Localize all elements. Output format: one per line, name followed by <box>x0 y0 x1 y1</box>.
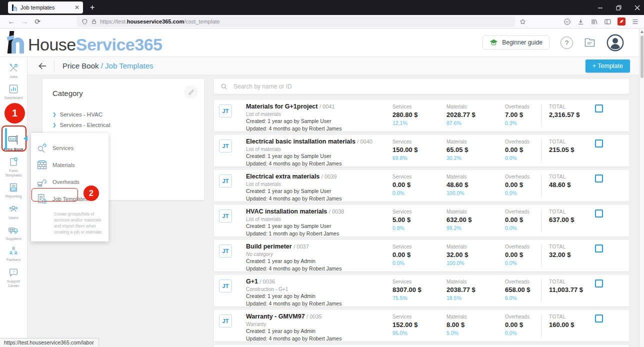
row-checkbox[interactable] <box>595 244 603 252</box>
truck-icon <box>8 224 20 236</box>
breadcrumb-current: Job Templates <box>105 62 153 70</box>
search-icon <box>220 83 228 90</box>
shield-icon <box>82 18 88 25</box>
materials-column: Materials 32.00 $ 100.0% <box>446 244 502 266</box>
menu-item-materials[interactable]: Materials <box>31 156 108 174</box>
sidebar-item-dashboard[interactable]: Dashboard <box>0 81 27 102</box>
category-item-services-electrical[interactable]: ❯Services - Electrical <box>52 122 194 128</box>
overheads-column: Overheads 0.00 $ 0.0% <box>505 174 545 196</box>
avatar[interactable] <box>606 34 624 52</box>
partners-network-icon <box>8 246 19 256</box>
row-checkbox[interactable] <box>595 210 603 218</box>
overheads-column: Overheads 7.00 $ 0.3% <box>505 104 545 126</box>
row-updated: Updated: 4 months ago by Robert James <box>246 126 391 132</box>
library-icon[interactable] <box>590 18 598 26</box>
table-row[interactable]: JT Materials for G+1project / 0041 List … <box>214 100 629 132</box>
row-checkbox[interactable] <box>595 174 603 182</box>
row-checkbox[interactable] <box>595 280 603 288</box>
search-input[interactable] <box>232 82 622 90</box>
table-row[interactable]: JT Electrical basic installation materia… <box>214 135 629 166</box>
extension-icon[interactable] <box>618 18 626 26</box>
table-row[interactable]: JT Warranty - GMVM97 / 0035 Warranty Cre… <box>214 310 629 342</box>
active-indicator-bar <box>5 128 7 150</box>
bricks-icon <box>36 159 48 171</box>
table-row-partial <box>214 345 629 347</box>
help-button[interactable]: ? <box>560 36 573 49</box>
table-row[interactable]: JT Build perimeter / 0037 No category Cr… <box>214 240 629 272</box>
job-template-badge: JT <box>219 174 232 188</box>
scroll-up-icon[interactable] <box>640 30 644 33</box>
menu-item-services[interactable]: Services <box>31 140 108 156</box>
row-title: HVAC installation materials / 0038 <box>246 208 391 216</box>
downloads-icon[interactable] <box>577 18 584 26</box>
overheads-column: Overheads 0.00 $ 0.0% <box>505 209 545 231</box>
beginner-guide-button[interactable]: Beginner guide <box>482 36 550 50</box>
sidebar-item-suppliers[interactable]: Suppliers <box>0 222 27 243</box>
scrollbar-thumb[interactable] <box>640 36 644 78</box>
status-link-preview: https://test.houseservice365.com/labor <box>0 338 99 347</box>
back-icon[interactable]: ← <box>5 18 18 26</box>
row-checkbox[interactable] <box>595 314 603 322</box>
sidebar-item-support-center[interactable]: ? Support Center <box>0 264 27 290</box>
bookmark-star-icon[interactable] <box>519 18 526 26</box>
tab-favicon <box>12 4 18 11</box>
browser-tab[interactable]: Job templates ✕ <box>8 2 83 14</box>
window-restore-icon[interactable] <box>616 5 622 10</box>
beginner-guide-label: Beginner guide <box>502 39 542 46</box>
total-column: TOTAL 215.05 $ <box>549 139 596 154</box>
table-row[interactable]: JT HVAC installation materials / 0038 Li… <box>214 205 629 236</box>
row-created: Created: 1 year ago by Admin <box>246 258 391 264</box>
users-icon <box>8 204 19 214</box>
services-column: Services 8307.00 $ 75.5% <box>392 279 442 301</box>
sidebar-item-users[interactable]: Users <box>0 201 27 222</box>
window-minimize-icon[interactable] <box>598 5 603 10</box>
table-row[interactable]: JT G+1 / 0036 Construction - G+1 Created… <box>214 275 629 306</box>
row-updated: Updated: 1 month ago by Robert James <box>246 230 391 236</box>
url-bar[interactable]: https://test.houseservice365.com/cost_te… <box>77 16 515 27</box>
row-updated: Updated: 4 months ago by Robert James <box>246 196 391 202</box>
sidebar-toggle-icon[interactable] <box>604 18 612 26</box>
row-checkbox[interactable] <box>595 104 603 112</box>
row-title: Materials for G+1project / 0041 <box>246 104 391 110</box>
services-column: Services 280.80 $ 12.1% <box>392 104 442 126</box>
back-arrow-icon[interactable] <box>38 62 47 70</box>
forward-icon[interactable]: → <box>18 18 31 26</box>
table-row[interactable]: JT Electrical extra materials / 0039 Lis… <box>214 170 629 202</box>
menu-hamburger-icon[interactable] <box>632 18 639 26</box>
pocket-icon[interactable] <box>564 18 571 26</box>
page-scrollbar[interactable] <box>639 28 644 347</box>
documents-button[interactable] <box>584 38 596 48</box>
window-close-icon[interactable] <box>634 5 640 10</box>
total-column: TOTAL 2,316.57 $ <box>549 104 596 118</box>
sidebar-item-jobs[interactable]: Jobs <box>0 60 27 81</box>
materials-column: Materials 48.60 $ 100.0% <box>446 174 502 196</box>
row-checkbox[interactable] <box>595 140 603 148</box>
annotation-step-1: 1 <box>4 103 25 124</box>
category-item-services-hvac[interactable]: ❯Services - HVAC <box>52 112 194 118</box>
breadcrumb-root[interactable]: Price Book <box>62 62 99 70</box>
row-title: Electrical basic installation materials … <box>246 138 391 146</box>
add-template-button[interactable]: + Template <box>586 60 630 72</box>
overheads-column: Overheads 658.00 $ 6.0% <box>505 279 545 301</box>
tab-close-icon[interactable]: ✕ <box>74 4 80 11</box>
row-category: Warranty <box>246 322 391 327</box>
overheads-column: Overheads 0.00 $ 0.0% <box>505 314 545 336</box>
new-tab-icon[interactable]: + <box>90 3 94 12</box>
sidebar-item-form-templates[interactable]: Form Templates <box>0 154 27 180</box>
edit-category-button[interactable] <box>184 85 198 99</box>
sidebar-item-partners[interactable]: Partners <box>0 243 27 264</box>
row-created: Created: 1 year ago by Sample User <box>246 118 391 124</box>
chevron-right-icon: ❯ <box>52 112 56 117</box>
svg-text:?: ? <box>12 270 15 274</box>
reload-icon[interactable]: ⟳ <box>31 18 44 26</box>
services-column: Services 0.00 $ 0.0% <box>392 244 442 266</box>
sidebar-item-reporting[interactable]: CSV Reporting <box>0 180 27 200</box>
logo-text: HouseService365 <box>28 36 162 54</box>
price-book-menu: Services Materials Overheads $ Job Templ… <box>31 133 108 242</box>
app-logo[interactable]: HouseService365 <box>7 31 162 54</box>
question-mark-icon: ? <box>565 39 568 46</box>
row-category: No category <box>246 252 391 257</box>
breadcrumb-bar: Price Book / Job Templates + Template <box>28 57 644 75</box>
total-column: TOTAL 637.00 $ <box>549 209 596 224</box>
materials-column: Materials 2028.77 $ 87.6% <box>446 104 502 126</box>
